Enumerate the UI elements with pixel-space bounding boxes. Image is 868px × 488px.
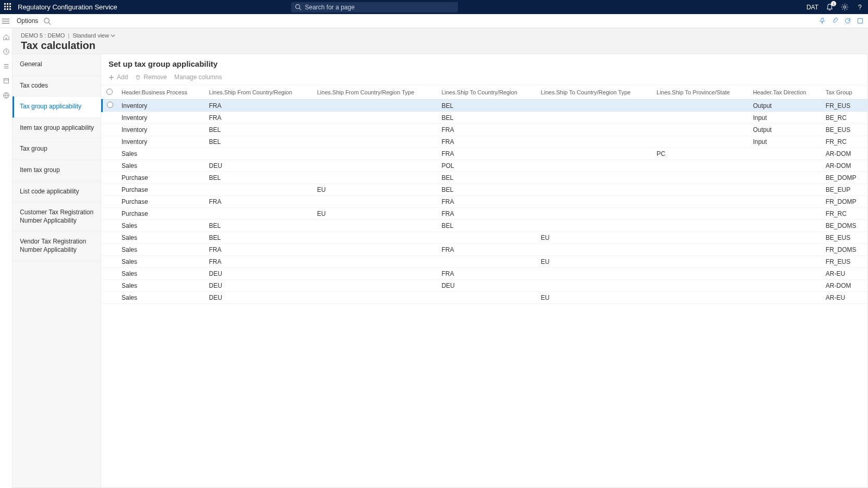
column-header[interactable]: Header.Business Process (117, 86, 205, 100)
table-row[interactable]: PurchaseEUBELBE_EUP (102, 184, 868, 196)
cell[interactable]: BEL (437, 220, 536, 232)
cell[interactable] (537, 184, 653, 196)
cell[interactable]: Input (749, 112, 821, 124)
column-header[interactable]: Tax Group (822, 86, 867, 100)
column-header[interactable]: Lines.Ship From Country/Region (205, 86, 313, 100)
cell[interactable]: BEL (437, 100, 536, 112)
column-header[interactable]: Lines.Ship To Country/Region Type (537, 86, 653, 100)
crumb-entity[interactable]: DEMO 5 : DEMO (21, 32, 65, 39)
cell[interactable] (537, 172, 653, 184)
cell[interactable] (653, 172, 749, 184)
table-row[interactable]: SalesDEUPOLAR-DOM (102, 160, 868, 172)
cell[interactable]: AR-DOM (822, 160, 867, 172)
cell[interactable]: Sales (117, 232, 205, 244)
manage-columns-button[interactable]: Manage columns (174, 74, 222, 81)
cell[interactable]: FR_DOMP (822, 196, 867, 208)
cell[interactable]: BEL (205, 136, 313, 148)
cell[interactable] (313, 256, 438, 268)
row-selector[interactable] (102, 124, 118, 136)
app-launcher-icon[interactable] (4, 3, 13, 11)
table-row[interactable]: SalesDEUDEUAR-DOM (102, 280, 868, 292)
section-nav-item[interactable]: Item tax group applicability (13, 118, 101, 139)
cell[interactable]: FR_RC (822, 136, 867, 148)
section-nav-item[interactable]: List code applicability (13, 181, 101, 203)
cell[interactable] (537, 220, 653, 232)
cell[interactable] (313, 292, 438, 304)
row-selector[interactable] (102, 292, 118, 304)
cell[interactable]: BEL (437, 112, 536, 124)
cell[interactable] (653, 220, 749, 232)
cell[interactable] (537, 148, 653, 160)
cell[interactable] (653, 184, 749, 196)
cell[interactable] (653, 124, 749, 136)
cell[interactable]: BE_EUS (822, 232, 867, 244)
cell[interactable] (653, 196, 749, 208)
cell[interactable] (537, 100, 653, 112)
section-nav-item[interactable]: Item tax group (13, 160, 101, 181)
row-selector[interactable] (102, 184, 118, 196)
cell[interactable]: FRA (437, 196, 536, 208)
cell[interactable] (205, 184, 313, 196)
company-label[interactable]: DAT (806, 4, 818, 11)
home-icon[interactable] (3, 33, 10, 41)
cell[interactable]: Sales (117, 280, 205, 292)
data-grid[interactable]: Header.Business ProcessLines.Ship From C… (101, 86, 867, 487)
cell[interactable] (653, 292, 749, 304)
row-selector[interactable] (102, 196, 118, 208)
cell[interactable]: AR-DOM (822, 280, 867, 292)
search-input[interactable] (291, 2, 458, 13)
options-menu[interactable]: Options (17, 17, 38, 25)
cell[interactable]: Output (749, 100, 821, 112)
add-button[interactable]: Add (108, 74, 128, 81)
cell[interactable] (749, 208, 821, 220)
cell[interactable]: Sales (117, 220, 205, 232)
cell[interactable]: Input (749, 136, 821, 148)
cell[interactable]: FR_DOMS (822, 244, 867, 256)
cell[interactable]: Inventory (117, 136, 205, 148)
cell[interactable]: EU (313, 184, 438, 196)
cell[interactable]: Sales (117, 244, 205, 256)
cell[interactable]: Inventory (117, 124, 205, 136)
cell[interactable] (313, 136, 438, 148)
cell[interactable]: BE_DOMS (822, 220, 867, 232)
cell[interactable]: FRA (437, 268, 536, 280)
cell[interactable]: Inventory (117, 100, 205, 112)
cell[interactable]: DEU (437, 280, 536, 292)
cell[interactable] (537, 124, 653, 136)
row-selector[interactable] (102, 220, 118, 232)
cell[interactable]: EU (313, 208, 438, 220)
section-nav-item[interactable]: Tax group (13, 139, 101, 160)
cell[interactable] (313, 196, 438, 208)
cell[interactable] (749, 232, 821, 244)
cell[interactable] (313, 172, 438, 184)
column-header[interactable]: Lines.Ship From Country/Region Type (313, 86, 438, 100)
cell[interactable]: Sales (117, 148, 205, 160)
cell[interactable]: EU (537, 292, 653, 304)
cell[interactable]: BE_DOMP (822, 172, 867, 184)
cell[interactable] (749, 292, 821, 304)
table-row[interactable]: SalesFRAPCAR-DOM (102, 148, 868, 160)
cell[interactable]: Purchase (117, 196, 205, 208)
cell[interactable] (437, 256, 536, 268)
cell[interactable]: FRA (205, 112, 313, 124)
cell[interactable] (313, 244, 438, 256)
cell[interactable] (537, 112, 653, 124)
cell[interactable] (749, 184, 821, 196)
row-selector[interactable] (102, 148, 118, 160)
cell[interactable] (653, 268, 749, 280)
cell[interactable] (205, 148, 313, 160)
cell[interactable]: BEL (437, 184, 536, 196)
search-command-icon[interactable] (43, 17, 51, 25)
remove-button[interactable]: Remove (135, 74, 167, 81)
section-nav-item[interactable]: General (13, 54, 101, 76)
cell[interactable]: PC (653, 148, 749, 160)
column-header[interactable]: Header.Tax Direction (749, 86, 821, 100)
cell[interactable] (749, 148, 821, 160)
row-selector[interactable] (102, 256, 118, 268)
table-row[interactable]: SalesFRAEUFR_EUS (102, 256, 868, 268)
cell[interactable]: FRA (437, 124, 536, 136)
cell[interactable] (653, 208, 749, 220)
cell[interactable] (313, 232, 438, 244)
notifications-icon[interactable]: 1 (826, 3, 834, 11)
table-row[interactable]: PurchaseEUFRAFR_RC (102, 208, 868, 220)
